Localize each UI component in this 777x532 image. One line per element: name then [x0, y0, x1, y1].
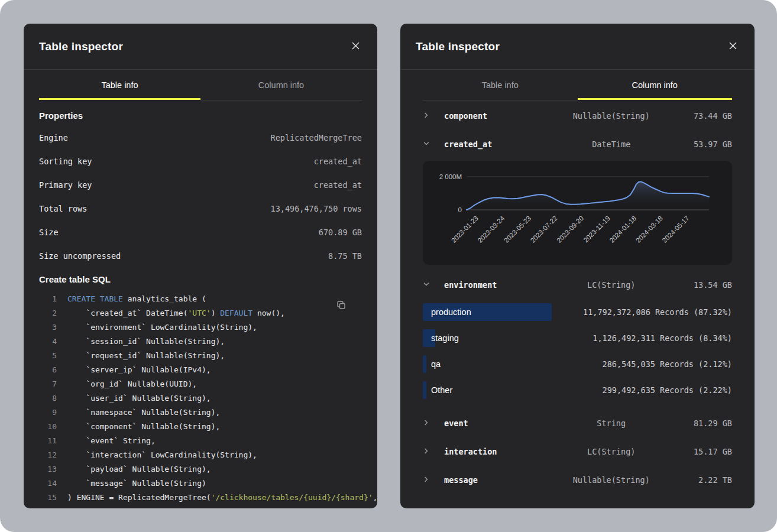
line-code: `server_ip` Nullable(IPv4),: [67, 365, 211, 374]
sql-code-line: 12 `interaction` LowCardinality(String),: [39, 447, 362, 462]
property-row: EngineReplicatedMergeTree: [39, 126, 362, 150]
property-label: Engine: [39, 133, 68, 142]
close-button[interactable]: [727, 40, 739, 54]
value-row-staging: staging1,126,492,311 Records (8.34%): [423, 325, 732, 351]
property-value: 670.89 GB: [319, 228, 362, 237]
line-number: 3: [39, 323, 57, 332]
property-row: Size uncompressed8.75 TB: [39, 244, 362, 268]
sql-code-line: 15) ENGINE = ReplicatedMergeTree('/click…: [39, 490, 362, 504]
table-info-content: Properties EngineReplicatedMergeTreeSort…: [24, 111, 377, 504]
property-row: Sorting keycreated_at: [39, 150, 362, 173]
column-type: Nullable(String): [556, 111, 668, 121]
chevron-right-icon: [423, 475, 444, 485]
tab-label: Table info: [482, 80, 519, 90]
chevron-down-icon: [423, 139, 444, 150]
tab-column-info[interactable]: Column info: [578, 70, 733, 100]
value-label: production: [431, 307, 471, 317]
property-row: Total rows13,496,476,750 rows: [39, 197, 362, 220]
line-number: 5: [39, 351, 57, 360]
property-value: created_at: [314, 157, 362, 166]
tab-table-info[interactable]: Table info: [423, 70, 578, 100]
line-number: 13: [39, 465, 57, 473]
property-value: created_at: [314, 180, 362, 190]
column-list: componentNullable(String)73.44 GBcreated…: [400, 100, 755, 494]
line-code: `component` Nullable(String),: [67, 422, 220, 431]
sql-code-line: 2 `created_at` DateTime('UTC') DEFAULT n…: [39, 306, 362, 320]
line-code: `environment` LowCardinality(String),: [67, 323, 257, 332]
tab-label: Table info: [101, 80, 138, 90]
x-axis-tick-label: 2023-07-22: [529, 215, 559, 244]
column-name: message: [444, 475, 556, 485]
property-label: Primary key: [39, 180, 92, 190]
line-code: `request_id` Nullable(String),: [67, 351, 225, 360]
sql-code-block: 1CREATE TABLE analytics_table (2 `create…: [39, 291, 362, 504]
line-number: 6: [39, 365, 57, 374]
line-number: 7: [39, 379, 57, 388]
sql-code-line: 14 `message` Nullable(String): [39, 476, 362, 490]
value-label: staging: [431, 333, 459, 343]
column-row-component[interactable]: componentNullable(String)73.44 GB: [423, 102, 732, 130]
sql-code-line: 5 `request_id` Nullable(String),: [39, 348, 362, 362]
property-label: Size: [39, 228, 59, 237]
tab-bar: Table info Column info: [39, 70, 362, 100]
page-background: Table inspector Table info Column info P…: [0, 0, 777, 532]
sql-code-line: 3 `environment` LowCardinality(String),: [39, 320, 362, 334]
value-bar: [423, 381, 426, 399]
tab-bar: Table info Column info: [423, 70, 732, 100]
close-button[interactable]: [349, 40, 362, 54]
chart-area-fill: [467, 181, 709, 210]
column-row-created_at[interactable]: created_atDateTime53.97 GB: [423, 130, 732, 158]
column-row-interaction[interactable]: interactionLC(String)15.17 GB: [423, 437, 732, 466]
tab-column-info[interactable]: Column info: [200, 70, 362, 100]
column-row-event[interactable]: eventString81.29 GB: [423, 409, 732, 437]
property-row: Size670.89 GB: [39, 220, 362, 244]
sql-code-line: 13 `payload` Nullable(String),: [39, 462, 362, 476]
sql-code-lines: 1CREATE TABLE analytics_table (2 `create…: [39, 291, 362, 504]
create-table-sql-heading: Create table SQL: [39, 274, 362, 284]
column-name: interaction: [444, 447, 556, 456]
value-records: 286,545,035 Records (2.12%): [603, 359, 732, 369]
value-row-production: production11,792,372,086 Records (87.32%…: [423, 299, 732, 325]
sql-code-line: 11 `event` String,: [39, 433, 362, 447]
column-size: 53.97 GB: [667, 140, 732, 149]
modal-title: Table inspector: [416, 40, 500, 53]
property-label: Total rows: [39, 204, 87, 213]
created-at-distribution-chart: 2 000M02023-01-232023-03-242023-05-23202…: [423, 161, 732, 265]
tab-table-info[interactable]: Table info: [39, 70, 200, 100]
value-label: Other: [431, 385, 452, 395]
value-row-qa: qa286,545,035 Records (2.12%): [423, 351, 732, 377]
copy-sql-button[interactable]: [335, 299, 348, 313]
properties-list: EngineReplicatedMergeTreeSorting keycrea…: [39, 126, 362, 268]
properties-heading: Properties: [39, 111, 362, 121]
column-size: 2.22 TB: [667, 475, 732, 485]
column-size: 81.29 GB: [667, 419, 732, 428]
modal-title: Table inspector: [39, 40, 123, 53]
column-type: LC(String): [556, 447, 668, 456]
column-row-environment[interactable]: environmentLC(String)13.54 GB: [423, 271, 732, 299]
column-type: Nullable(String): [556, 475, 668, 485]
line-code: CREATE TABLE analytics_table (: [67, 294, 206, 303]
chevron-right-icon: [423, 446, 444, 457]
value-records: 1,126,492,311 Records (8.34%): [593, 333, 732, 343]
value-label: qa: [431, 359, 441, 369]
line-number: 9: [39, 408, 57, 417]
close-icon: [352, 42, 360, 51]
property-value: 13,496,476,750 rows: [271, 204, 362, 213]
line-code: `interaction` LowCardinality(String),: [67, 450, 257, 459]
modal-header: Table inspector: [400, 24, 755, 70]
modal-header: Table inspector: [24, 24, 377, 70]
column-row-message[interactable]: messageNullable(String)2.22 TB: [423, 466, 732, 494]
column-type: DateTime: [556, 140, 668, 149]
property-label: Sorting key: [39, 157, 92, 166]
line-number: 12: [39, 450, 57, 459]
column-type: String: [556, 419, 668, 428]
sql-code-line: 10 `component` Nullable(String),: [39, 419, 362, 433]
property-value: ReplicatedMergeTree: [271, 133, 362, 142]
sql-code-line: 7 `org_id` Nullable(UUID),: [39, 377, 362, 391]
column-size: 13.54 GB: [667, 280, 732, 290]
column-type: LC(String): [556, 280, 668, 290]
line-number: 10: [39, 422, 57, 431]
line-number: 14: [39, 479, 57, 488]
sql-code-line: 6 `server_ip` Nullable(IPv4),: [39, 362, 362, 377]
property-row: Primary keycreated_at: [39, 173, 362, 197]
